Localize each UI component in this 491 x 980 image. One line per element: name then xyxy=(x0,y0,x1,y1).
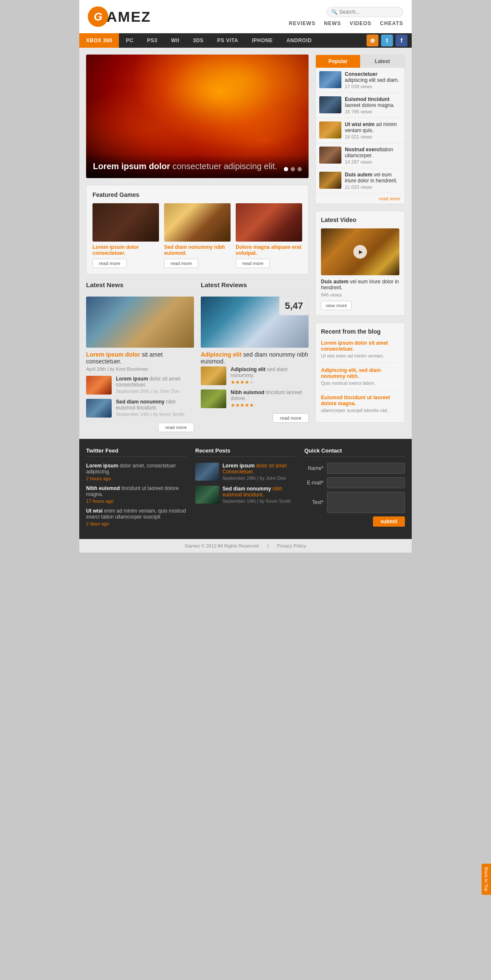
hero-caption: Lorem ipsum dolor consectetuer adipiscin… xyxy=(86,155,309,178)
view-more-button[interactable]: view more xyxy=(321,301,352,310)
search-bar[interactable]: 🔍 xyxy=(326,7,403,17)
submit-button[interactable]: submit xyxy=(373,516,405,527)
recent-post-thumb-2 xyxy=(195,486,219,504)
game-readmore-2[interactable]: read more xyxy=(164,259,198,268)
facebook-icon[interactable]: f xyxy=(396,35,407,46)
play-button[interactable] xyxy=(353,245,367,259)
reviews-title: Latest Reviews xyxy=(201,281,309,291)
main-content: Lorem ipsum dolor consectetuer adipiscin… xyxy=(79,48,412,439)
blog-item-1: Lorem ipsum dolor sit amet consectetuer.… xyxy=(321,340,399,363)
quick-contact-col: Quick Contact Name* E-mail* Text* submit xyxy=(304,447,405,530)
twitter-icon[interactable]: t xyxy=(381,35,393,46)
tab-popular[interactable]: Popular xyxy=(316,55,360,68)
blog-item-title-3[interactable]: Euismod tincidunt ut laoreet dolore magn… xyxy=(321,395,399,406)
video-article-title: Duis autem vel eum iriure dolor in hendr… xyxy=(321,279,399,291)
right-sidebar: Popular Latest Consectetuer adipiscing e… xyxy=(315,55,405,432)
hero-dot-3[interactable] xyxy=(297,167,302,171)
twitter-text-3: Ut wisi enim ad minim veniam, quis nostr… xyxy=(86,508,187,520)
cat-pc[interactable]: PC xyxy=(119,33,140,48)
featured-title: Featured Games xyxy=(92,191,302,198)
game-readmore-1[interactable]: read more xyxy=(92,259,127,268)
contact-email-input[interactable] xyxy=(327,477,405,488)
logo-circle: G xyxy=(88,6,108,27)
sidebar-title-3: Ut wisi enim ad minim veniam quis. xyxy=(345,121,401,133)
news-footer: read more xyxy=(86,423,194,432)
reviews-main-title[interactable]: Adipiscing elit sed diam nonummy nibh eu… xyxy=(201,351,309,365)
twitter-feed-title: Twitter Feed xyxy=(86,447,187,457)
left-column: Lorem ipsum dolor consectetuer adipiscin… xyxy=(86,55,309,432)
sidebar-thumb-5 xyxy=(319,172,341,189)
game-thumb-1 xyxy=(92,203,159,242)
review-score: 5,47 xyxy=(279,297,309,315)
sidebar-info-2: Euismod tincidunt laoreet dolore magna. … xyxy=(345,96,401,114)
hero-dot-2[interactable] xyxy=(291,167,295,171)
news-column: Latest News Lorem ipsum dolor sit amet c… xyxy=(86,281,194,432)
news-small-meta-2: September 14th | by Kevin Smith xyxy=(116,412,194,417)
sidebar-views-3: 16 021 views xyxy=(345,134,401,139)
blog-item-title-2[interactable]: Adipiscing elit, sed diam nonummy nibh. xyxy=(321,367,399,379)
search-input[interactable] xyxy=(339,9,399,15)
contact-text-input[interactable] xyxy=(327,492,405,513)
reviews-read-more[interactable]: read more xyxy=(273,413,309,423)
footer-columns: Twitter Feed Lorem ipsum dolor amet, con… xyxy=(86,447,405,530)
reviews-small-articles: Adipiscing elit sed diam nonummy. ★★★★★ … xyxy=(201,366,309,408)
sidebar-thumb-1 xyxy=(319,71,341,88)
logo-g: G xyxy=(94,10,102,23)
sidebar-article-2: Euismod tincidunt laoreet dolore magna. … xyxy=(316,93,404,118)
news-small-thumb-1 xyxy=(86,376,112,395)
cat-3ds[interactable]: 3DS xyxy=(186,33,211,48)
game-card-1: Lorem ipsum dolor consectetuer. read mor… xyxy=(92,203,159,268)
sidebar-title-1: Consectetuer adipiscing elit sed diam. xyxy=(345,71,401,83)
cat-ps3[interactable]: PS3 xyxy=(140,33,164,48)
twitter-time-1: 2 hours ago xyxy=(86,476,187,481)
video-thumbnail[interactable] xyxy=(321,228,399,275)
cat-wii[interactable]: WII xyxy=(164,33,186,48)
latest-video-box: Latest Video Duis autem vel eum iriure d… xyxy=(315,211,405,316)
review-small-info-2: Nibh euismod tincidunt laoreet dolore. ★… xyxy=(231,389,309,408)
tab-latest[interactable]: Latest xyxy=(360,55,404,68)
blog-item-text-2: Quis nostrud exerci tation. xyxy=(321,380,399,386)
contact-text-row: Text* xyxy=(304,492,405,513)
blog-item-title-1[interactable]: Lorem ipsum dolor sit amet consectetuer. xyxy=(321,340,399,352)
search-icon: 🔍 xyxy=(331,9,338,15)
cat-psvita[interactable]: PS VITA xyxy=(211,33,245,48)
hero-dot-1[interactable] xyxy=(284,167,288,171)
sidebar-article-3: Ut wisi enim ad minim veniam quis. 16 02… xyxy=(316,118,404,143)
video-title: Latest Video xyxy=(321,216,399,223)
header: G AMEZ 🔍 REVIEWS NEWS VIDEOS CHEATS xyxy=(79,0,412,33)
recent-post-2: Sed diam nonummy nibh euismod tincidunt.… xyxy=(195,486,296,504)
news-read-more[interactable]: read more xyxy=(158,423,194,432)
game-title-1[interactable]: Lorem ipsum dolor consectetuer. xyxy=(92,244,159,256)
nav-news[interactable]: NEWS xyxy=(324,20,341,26)
cat-xbox360[interactable]: XBOX 360 xyxy=(79,33,119,48)
rss-icon[interactable]: ⊕ xyxy=(367,35,378,46)
sidebar-thumb-2 xyxy=(319,96,341,113)
contact-name-input[interactable] xyxy=(327,463,405,474)
news-small-title-1: Lorem ipsum dolor sit amet consectetuer. xyxy=(116,376,194,388)
news-main-meta: April 26th | by Kent Brockman xyxy=(86,366,194,372)
news-main-title[interactable]: Lorem ipsum dolor sit amet consectetuer. xyxy=(86,351,194,365)
twitter-feed-col: Twitter Feed Lorem ipsum dolor amet, con… xyxy=(86,447,187,530)
sidebar-read-more[interactable]: read more xyxy=(316,193,404,204)
news-small-2: Sed diam nonummy nibh euismod tincidunt.… xyxy=(86,399,194,418)
logo: G AMEZ xyxy=(88,6,151,27)
footer-privacy[interactable]: Privacy Policy xyxy=(277,543,306,548)
sidebar-title-2: Euismod tincidunt laoreet dolore magna. xyxy=(345,96,401,108)
cat-iphone[interactable]: IPHONE xyxy=(245,33,280,48)
nav-videos[interactable]: VIDEOS xyxy=(349,20,371,26)
cat-android[interactable]: ANDROID xyxy=(280,33,319,48)
news-small-info-1: Lorem ipsum dolor sit amet consectetuer.… xyxy=(116,376,194,394)
sidebar-thumb-4 xyxy=(319,147,341,164)
sidebar-article-4: Nostrud exercitation ullamcorper. 14 287… xyxy=(316,143,404,168)
news-title: Latest News xyxy=(86,281,194,291)
game-title-3[interactable]: Dolore magna aliquam erat volutpat. xyxy=(236,244,302,256)
nav-reviews[interactable]: REVIEWS xyxy=(289,20,315,26)
contact-form: Name* E-mail* Text* submit xyxy=(304,463,405,527)
sidebar-views-1: 17 039 views xyxy=(345,84,401,89)
hero-title-normal: consectetuer adipiscing elit. xyxy=(170,161,277,171)
sidebar-article-5: Duis autem vel eum iriure dolor in hendr… xyxy=(316,168,404,193)
nav-cheats[interactable]: CHEATS xyxy=(380,20,403,26)
game-title-2[interactable]: Sed diam nonummy nibh euismod. xyxy=(164,244,231,256)
game-readmore-3[interactable]: read more xyxy=(236,259,270,268)
sidebar-info-5: Duis autem vel eum iriure dolor in hendr… xyxy=(345,172,401,190)
